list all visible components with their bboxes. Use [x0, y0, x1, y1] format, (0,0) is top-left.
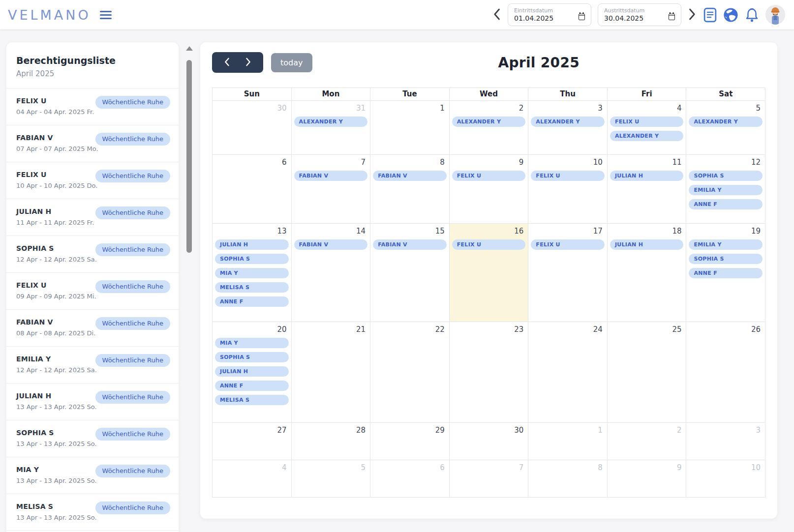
calendar-day-cell[interactable]: 2 — [607, 423, 686, 460]
next-range-button[interactable] — [688, 7, 697, 23]
list-item[interactable]: FABIAN V08 Apr - 08 Apr. 2025 Di.Wöchent… — [6, 310, 179, 347]
calendar-day-cell[interactable]: 29 — [370, 423, 449, 460]
event-pill[interactable]: EMILIA Y — [689, 239, 763, 250]
list-item[interactable]: EMILIA Y12 Apr - 12 Apr. 2025 Sa.Wöchent… — [6, 347, 179, 384]
calendar-day-cell[interactable]: 14FABIAN V — [291, 224, 370, 322]
scroll-up-icon[interactable] — [186, 46, 193, 51]
sidebar-scrollbar[interactable] — [186, 60, 192, 253]
calendar-day-cell[interactable]: 19EMILIA YSOPHIA SANNE F — [686, 224, 765, 322]
event-pill[interactable]: MELISA S — [215, 395, 289, 405]
calendar-day-cell[interactable]: 9 — [607, 460, 686, 497]
calendar-day-cell[interactable]: 5ALEXANDER Y — [686, 101, 765, 154]
list-item[interactable]: FELIX U10 Apr - 10 Apr. 2025 Do.Wöchentl… — [6, 162, 179, 199]
event-pill[interactable]: SOPHIA S — [215, 254, 289, 264]
calendar-day-cell[interactable]: 21 — [291, 322, 370, 422]
austrittsdatum-field[interactable]: Austrittsdatum 30.04.2025 — [598, 3, 681, 26]
event-pill[interactable]: EMILIA Y — [689, 185, 763, 195]
calendar-day-cell[interactable]: 4 — [213, 460, 291, 497]
list-item[interactable]: FELIX U04 Apr - 04 Apr. 2025 Fr.Wöchentl… — [6, 89, 179, 125]
event-pill[interactable]: MIA Y — [215, 268, 289, 278]
event-pill[interactable]: ALEXANDER Y — [531, 117, 605, 127]
calendar-day-cell[interactable]: 13JULIAN HSOPHIA SMIA YMELISA SANNE F — [213, 224, 291, 322]
bell-icon[interactable] — [745, 7, 759, 23]
calendar-day-cell[interactable]: 26 — [686, 322, 765, 422]
calendar-day-cell[interactable]: 6 — [213, 155, 291, 223]
calendar-day-cell[interactable]: 3 — [686, 423, 765, 460]
list-item[interactable]: FELIX U09 Apr - 09 Apr. 2025 Mi.Wöchentl… — [6, 273, 179, 310]
today-button[interactable]: today — [271, 53, 312, 72]
calendar-day-cell[interactable]: 24 — [528, 322, 607, 422]
calendar-day-cell[interactable]: 28 — [291, 423, 370, 460]
event-pill[interactable]: FELIX U — [452, 171, 526, 181]
list-item[interactable]: MELISA S13 Apr - 13 Apr. 2025 So.Wöchent… — [6, 494, 179, 531]
calendar-day-cell[interactable]: 27 — [213, 423, 291, 460]
calendar-day-cell[interactable]: 30 — [449, 423, 528, 460]
event-pill[interactable]: ALEXANDER Y — [689, 117, 763, 127]
calendar-day-cell[interactable]: 11JULIAN H — [607, 155, 686, 223]
menu-icon[interactable] — [100, 9, 112, 21]
calendar-prev-button[interactable] — [220, 56, 234, 70]
event-pill[interactable]: SOPHIA S — [689, 254, 763, 264]
prev-range-button[interactable] — [492, 7, 501, 23]
calendar-day-cell[interactable]: 8FABIAN V — [370, 155, 449, 223]
event-pill[interactable]: SOPHIA S — [215, 352, 289, 362]
calendar-day-cell[interactable]: 4FELIX UALEXANDER Y — [607, 101, 686, 154]
list-item[interactable]: JULIAN H13 Apr - 13 Apr. 2025 So.Wöchent… — [6, 384, 179, 420]
calendar-day-cell[interactable]: 31ALEXANDER Y — [291, 101, 370, 154]
event-pill[interactable]: ANNE F — [215, 381, 289, 391]
calendar-day-cell[interactable]: 12SOPHIA SEMILIA YANNE F — [686, 155, 765, 223]
globe-icon[interactable] — [723, 7, 738, 23]
calendar-day-cell[interactable]: 10FELIX U — [528, 155, 607, 223]
calendar-day-cell[interactable]: 6 — [370, 460, 449, 497]
event-pill[interactable]: FELIX U — [531, 171, 605, 181]
event-pill[interactable]: ALEXANDER Y — [452, 117, 526, 127]
event-pill[interactable]: SOPHIA S — [689, 171, 763, 181]
calendar-day-cell[interactable]: 16FELIX U — [449, 224, 528, 322]
event-pill[interactable]: JULIAN H — [610, 171, 684, 181]
event-pill[interactable]: ALEXANDER Y — [610, 131, 684, 141]
calendar-picker-icon[interactable] — [669, 14, 675, 20]
calendar-day-cell[interactable]: 17FELIX U — [528, 224, 607, 322]
event-pill[interactable]: FELIX U — [531, 239, 605, 250]
event-pill[interactable]: ANNE F — [689, 199, 763, 209]
event-pill[interactable]: MELISA S — [215, 282, 289, 293]
event-pill[interactable]: JULIAN H — [215, 366, 289, 377]
event-pill[interactable]: FELIX U — [610, 117, 684, 127]
event-pill[interactable]: MIA Y — [215, 338, 289, 348]
event-pill[interactable]: JULIAN H — [610, 239, 684, 250]
calendar-day-cell[interactable]: 15FABIAN V — [370, 224, 449, 322]
calendar-day-cell[interactable]: 8 — [528, 460, 607, 497]
calendar-next-button[interactable] — [242, 56, 255, 70]
list-item[interactable]: FABIAN V07 Apr - 07 Apr. 2025 Mo.Wöchent… — [6, 125, 179, 162]
user-avatar[interactable] — [765, 5, 785, 25]
calendar-day-cell[interactable]: 25 — [607, 322, 686, 422]
calendar-day-cell[interactable]: 23 — [449, 322, 528, 422]
event-pill[interactable]: JULIAN H — [215, 239, 289, 250]
event-pill[interactable]: FABIAN V — [294, 171, 368, 181]
document-icon[interactable] — [703, 7, 717, 23]
calendar-day-cell[interactable]: 10 — [686, 460, 765, 497]
list-item[interactable]: MIA Y13 Apr - 13 Apr. 2025 So.Wöchentlic… — [6, 457, 179, 494]
calendar-day-cell[interactable]: 1 — [370, 101, 449, 154]
calendar-day-cell[interactable]: 3ALEXANDER Y — [528, 101, 607, 154]
calendar-day-cell[interactable]: 30 — [213, 101, 291, 154]
calendar-day-cell[interactable]: 18JULIAN H — [607, 224, 686, 322]
event-pill[interactable]: FABIAN V — [373, 239, 447, 250]
event-pill[interactable]: FELIX U — [452, 239, 526, 250]
eintrittsdatum-field[interactable]: Eintrittsdatum 01.04.2025 — [508, 3, 591, 26]
calendar-day-cell[interactable]: 7 — [449, 460, 528, 497]
event-pill[interactable]: FABIAN V — [373, 171, 447, 181]
calendar-day-cell[interactable]: 2ALEXANDER Y — [449, 101, 528, 154]
list-item[interactable]: SOPHIA S12 Apr - 12 Apr. 2025 Sa.Wöchent… — [6, 236, 179, 273]
event-pill[interactable]: ANNE F — [689, 268, 763, 278]
calendar-day-cell[interactable]: 1 — [528, 423, 607, 460]
event-pill[interactable]: ALEXANDER Y — [294, 117, 368, 127]
event-pill[interactable]: FABIAN V — [294, 239, 368, 250]
event-pill[interactable]: ANNE F — [215, 296, 289, 307]
calendar-day-cell[interactable]: 20MIA YSOPHIA SJULIAN HANNE FMELISA S — [213, 322, 291, 422]
list-item[interactable]: SOPHIA S13 Apr - 13 Apr. 2025 So.Wöchent… — [6, 420, 179, 457]
calendar-day-cell[interactable]: 7FABIAN V — [291, 155, 370, 223]
calendar-day-cell[interactable]: 5 — [291, 460, 370, 497]
calendar-day-cell[interactable]: 9FELIX U — [449, 155, 528, 223]
calendar-picker-icon[interactable] — [579, 14, 585, 20]
